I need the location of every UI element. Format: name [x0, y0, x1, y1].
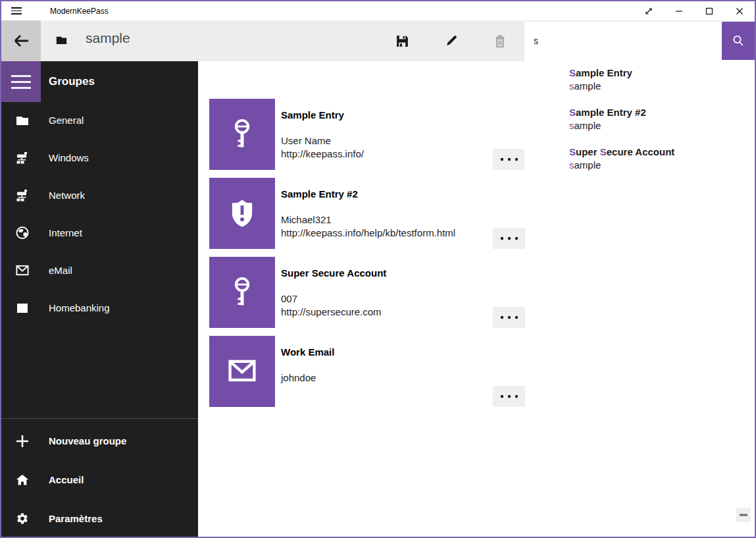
entry-url: http://supersecure.com	[281, 306, 492, 319]
group-list: General Windows	[1, 101, 198, 327]
save-button[interactable]	[386, 20, 418, 61]
entry-tile[interactable]	[209, 336, 275, 407]
hamburger-icon[interactable]	[1, 1, 32, 20]
app-header: sample	[1, 20, 755, 61]
sidebar-divider	[1, 418, 198, 419]
highlight: S	[569, 67, 576, 78]
entry-text: Sample Entry #2 Michael321 http://keepas…	[281, 178, 492, 240]
hamburger-icon	[11, 75, 31, 77]
more-button[interactable]	[493, 228, 525, 249]
save-icon	[395, 34, 409, 48]
result-subtitle: ample	[574, 159, 601, 171]
search-icon	[731, 34, 745, 48]
app-title: ModernKeePass	[50, 7, 109, 16]
entry-row[interactable]: Sample Entry User Name http://keepass.in…	[209, 99, 538, 170]
entry-url: http://keepass.info/	[281, 148, 492, 161]
sidebar-item-label: Nouveau groupe	[49, 435, 126, 446]
sidebar-item-homebanking[interactable]: Homebanking	[1, 289, 198, 327]
entry-tile[interactable]	[209, 178, 275, 249]
enter-fullscreen-icon	[644, 7, 653, 16]
entry-text: Sample Entry User Name http://keepass.in…	[281, 99, 492, 161]
sidebar-title: Groupes	[49, 61, 95, 102]
sidebar-item-network[interactable]: Network	[1, 176, 198, 214]
entry-tile[interactable]	[209, 99, 275, 170]
entry-username: User Name	[281, 134, 492, 148]
maximize-icon	[705, 7, 713, 15]
search-result[interactable]: Super Secure Account sample	[569, 146, 755, 172]
sidebar-item-new-group[interactable]: Nouveau groupe	[1, 421, 198, 460]
sidebar-item-label: General	[49, 115, 84, 126]
delete-button[interactable]	[484, 20, 516, 61]
more-button[interactable]	[493, 149, 525, 170]
sidebar-item-label: Homebanking	[49, 302, 110, 313]
search-button[interactable]	[722, 22, 755, 60]
more-button[interactable]	[493, 386, 525, 407]
highlight: S	[600, 146, 607, 157]
result-title: ample Entry	[576, 67, 632, 78]
minus-icon	[740, 514, 747, 516]
back-arrow-icon	[13, 34, 30, 48]
pane-toggle-button[interactable]	[1, 61, 41, 102]
mail-icon	[16, 263, 29, 278]
more-icon	[499, 394, 519, 398]
entry-title: Sample Entry #2	[281, 188, 492, 200]
sidebar-item-settings[interactable]: Paramètres	[1, 499, 198, 538]
edit-button[interactable]	[436, 20, 467, 61]
sidebar-item-label: eMail	[49, 265, 72, 276]
database-title: sample	[86, 30, 130, 46]
entry-row[interactable]: Super Secure Account 007 http://supersec…	[209, 257, 538, 328]
entry-row[interactable]: Work Email johndoe	[209, 336, 538, 407]
highlight: s	[569, 120, 574, 131]
search-result[interactable]: Sample Entry sample	[569, 67, 755, 93]
square-icon	[16, 301, 29, 315]
network-icon	[16, 151, 29, 165]
close-icon	[736, 7, 743, 15]
back-button[interactable]	[1, 20, 41, 61]
search-suggestions: Sample Entry sample Sample Entry #2 samp…	[524, 60, 755, 194]
gear-icon	[16, 512, 29, 526]
caption-buttons	[634, 1, 755, 20]
enter-fullscreen-button[interactable]	[634, 1, 664, 20]
trash-icon	[493, 34, 507, 48]
search-result[interactable]: Sample Entry #2 sample	[569, 106, 755, 132]
minimize-button[interactable]	[664, 1, 694, 20]
entry-tile[interactable]	[209, 257, 275, 328]
sidebar-item-label: Network	[49, 190, 85, 201]
app-window: ModernKeePass	[0, 0, 756, 538]
search-input[interactable]	[524, 22, 722, 60]
result-title: uper	[576, 146, 600, 157]
entry-username: Michael321	[281, 213, 492, 227]
entry-url: http://keepass.info/help/kb/testform.htm…	[281, 227, 492, 240]
highlight: s	[569, 159, 574, 171]
minimize-icon	[675, 7, 683, 15]
sidebar-item-label: Windows	[49, 152, 89, 163]
plus-icon	[16, 434, 29, 448]
sidebar-footer: Nouveau groupe Accueil Paramètres	[1, 421, 198, 538]
sidebar: Groupes General	[1, 61, 198, 537]
sidebar-item-home[interactable]: Accueil	[1, 460, 198, 499]
titlebar: ModernKeePass	[1, 1, 755, 20]
network-icon	[16, 188, 29, 203]
entry-text: Super Secure Account 007 http://supersec…	[281, 257, 492, 319]
sidebar-item-internet[interactable]: Internet	[1, 214, 198, 252]
mail-icon	[225, 357, 259, 386]
more-icon	[499, 315, 519, 319]
highlight: S	[569, 146, 576, 157]
close-button[interactable]	[724, 1, 755, 20]
key-icon	[225, 117, 259, 151]
sidebar-item-general[interactable]: General	[1, 101, 198, 139]
home-icon	[16, 473, 29, 487]
result-subtitle: ample	[574, 120, 601, 131]
maximize-button[interactable]	[694, 1, 724, 20]
more-button[interactable]	[493, 307, 525, 328]
sidebar-item-email[interactable]: eMail	[1, 252, 198, 289]
sidebar-item-windows[interactable]: Windows	[1, 139, 198, 176]
sidebar-item-label: Accueil	[49, 474, 84, 485]
entry-title: Work Email	[281, 346, 492, 358]
zoom-out-button[interactable]	[736, 508, 751, 522]
sidebar-item-label: Paramètres	[49, 513, 103, 524]
shield-alert-icon	[225, 196, 259, 230]
result-subtitle: ample	[574, 80, 601, 92]
sidebar-item-label: Internet	[49, 227, 82, 238]
entry-row[interactable]: Sample Entry #2 Michael321 http://keepas…	[209, 178, 538, 249]
